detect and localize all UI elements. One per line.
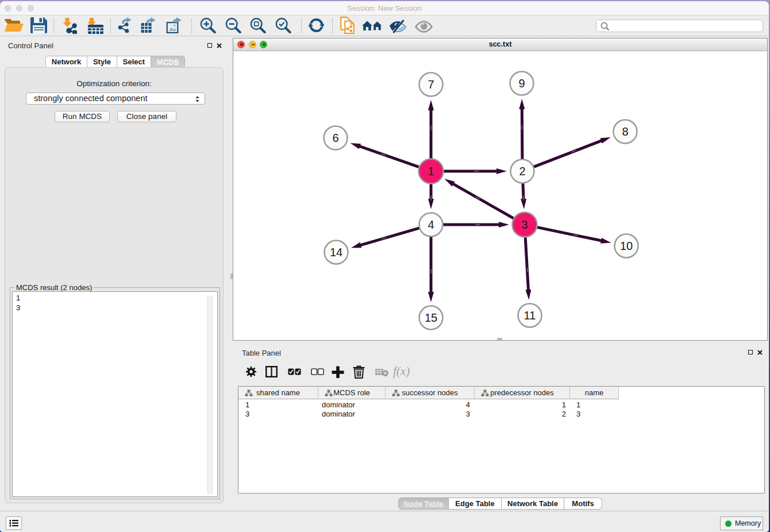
svg-text:10: 10 <box>620 240 633 252</box>
svg-text:14: 14 <box>330 246 342 259</box>
svg-text:6: 6 <box>332 132 338 144</box>
svg-text:8: 8 <box>622 125 628 138</box>
svg-text:2: 2 <box>519 165 525 178</box>
svg-text:9: 9 <box>518 77 525 90</box>
svg-text:4: 4 <box>428 218 434 231</box>
svg-text:11: 11 <box>524 309 536 322</box>
svg-text:15: 15 <box>425 311 437 324</box>
svg-text:1: 1 <box>428 165 434 178</box>
svg-text:3: 3 <box>521 218 528 231</box>
svg-text:7: 7 <box>428 78 434 91</box>
